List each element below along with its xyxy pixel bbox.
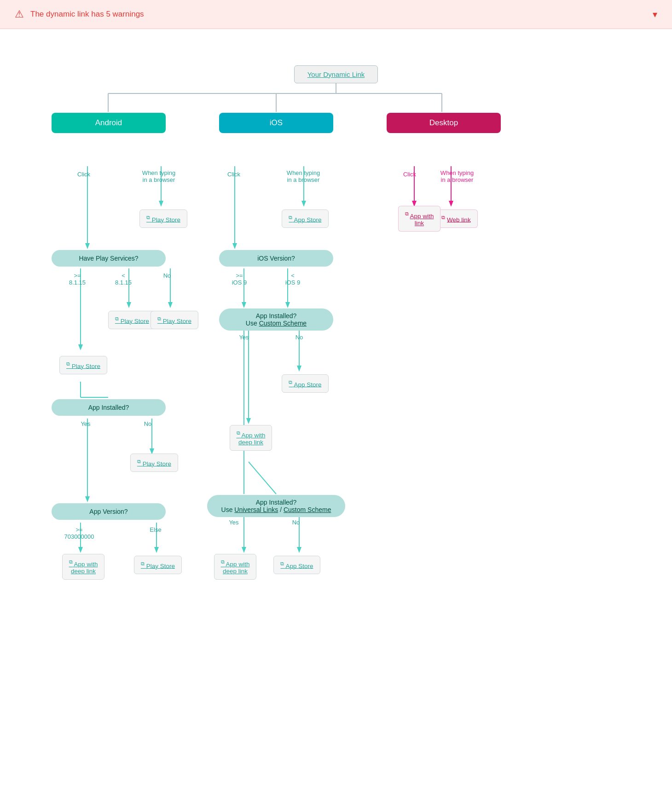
app-version-decision: App Version? [52,502,166,521]
gte-ios9-label: >= iOS 9 [221,272,258,286]
ios-version-label: iOS Version? [257,255,295,262]
desktop-app-with-link[interactable]: ⧉ App with link [394,207,445,231]
svg-marker-48 [449,201,453,207]
ext-icon: ⧉ [146,215,150,220]
android-play-store-no-ps[interactable]: ⧉ Play Store [149,308,200,332]
app-with-link-label: App with link [410,213,434,227]
svg-marker-29 [301,201,306,207]
play-store-label-3: Play Store [163,317,191,324]
svg-marker-6 [85,243,90,249]
gte-8115-label: >= 8.1.15 [59,272,96,286]
app-store-label-2: App Store [294,381,321,388]
ios-custom-no-label: No [288,334,311,341]
android-yes-label: Yes [72,420,99,427]
android-play-store-else[interactable]: ⧉ Play Store [133,553,183,577]
svg-marker-12 [127,302,131,308]
android-play-store-typing[interactable]: ⧉ Play Store [138,207,189,231]
ios-version-decision: iOS Version? [219,249,333,268]
app-installed-universal-decision: App Installed?Use Universal Links / Cust… [207,494,345,518]
ios-universal-yes-label: Yes [220,519,248,526]
svg-line-40 [249,462,276,494]
connectors-svg [28,47,644,791]
custom-scheme-text: Custom Scheme [259,320,307,327]
warning-left: ⚠ The dynamic link has 5 warnings [15,8,144,20]
ios-deep-link-universal-label: App with deep link [223,561,249,575]
ios-platform-header: iOS [219,113,333,133]
svg-marker-27 [232,243,237,249]
android-click-label: Click [65,171,102,178]
svg-marker-8 [159,201,163,207]
ios-app-deep-link-universal[interactable]: ⧉ App with deep link [210,553,261,581]
desktop-platform-header: Desktop [387,113,501,133]
svg-marker-33 [285,302,290,308]
ext-icon-14: ⧉ [405,211,409,216]
chart-container: Your Dynamic Link Android iOS Desktop Cl… [28,47,644,791]
custom-scheme-text-2: Custom Scheme [284,506,331,513]
warning-chevron[interactable]: ▾ [653,9,657,20]
have-play-services-label: Have Play Services? [79,255,138,262]
android-play-store-gte8115[interactable]: ⧉ Play Store [58,353,109,377]
app-store-label-1: App Store [294,216,321,223]
ext-icon-11: ⧉ [221,559,225,564]
android-platform-header: Android [52,113,166,133]
dynamic-link-node[interactable]: Your Dynamic Link [279,62,393,86]
svg-marker-36 [297,366,301,372]
android-label: Android [95,118,122,128]
svg-marker-14 [168,302,173,308]
ext-icon-4: ⧉ [66,361,70,366]
android-app-deep-link-label: App with deep link [71,561,98,575]
ios-app-store-universal-no[interactable]: ⧉ App Store [272,553,322,577]
warning-icon: ⚠ [15,8,24,20]
ios-deep-link-label: App with deep link [238,432,265,446]
ios-app-store-custom-no[interactable]: ⧉ App Store [280,372,330,396]
play-store-label-6: Play Store [146,562,175,569]
svg-marker-23 [78,547,83,553]
lt-8115-label: < 8.1.15 [105,272,142,286]
ext-icon-12: ⧉ [280,561,284,566]
lt-ios9-label: < iOS 9 [274,272,311,286]
desktop-click-label: Click [391,171,428,178]
ios-app-store-typing[interactable]: ⧉ App Store [280,207,330,231]
ext-icon-9: ⧉ [289,379,292,385]
ext-icon-5: ⧉ [137,459,141,464]
android-app-deep-link[interactable]: ⧉ App with deep link [58,553,109,581]
gte-703-label: >= 703000000 [56,526,102,540]
ext-icon-2: ⧉ [115,316,119,321]
play-store-label-5: Play Store [143,460,171,467]
ios-click-label: Click [215,171,252,178]
android-app-installed-decision: App Installed? [52,398,166,417]
svg-marker-42 [242,547,246,553]
ext-icon-10: ⧉ [237,430,240,436]
universal-links-text: Universal Links [234,506,278,513]
else-label: Else [142,526,169,533]
svg-marker-10 [78,344,83,350]
ext-icon-7: ⧉ [141,561,145,566]
ext-icon-3: ⧉ [157,316,161,321]
svg-marker-44 [297,547,301,553]
web-link-label: Web link [447,216,471,223]
android-when-typing-label: When typing in a browser [129,169,189,183]
ios-app-deep-link-custom[interactable]: ⧉ App with deep link [226,424,276,452]
diagram: Your Dynamic Link Android iOS Desktop Cl… [0,29,672,791]
play-store-label-2: Play Store [121,317,149,324]
android-no-label-1: No [156,272,179,279]
android-play-store-not-installed[interactable]: ⧉ Play Store [129,451,180,475]
app-store-label-3: App Store [285,562,313,569]
android-no-label-2: No [136,420,159,427]
app-version-label: App Version? [89,508,127,515]
dynamic-link-label: Your Dynamic Link [307,70,365,78]
have-play-services-decision: Have Play Services? [52,249,166,268]
svg-marker-31 [242,302,246,308]
desktop-when-typing-label: When typing in a browser [427,169,487,183]
ext-icon-6: ⧉ [69,559,73,564]
ios-custom-yes-label: Yes [230,334,258,341]
ios-label: iOS [270,118,283,128]
warning-banner: ⚠ The dynamic link has 5 warnings ▾ [0,0,672,29]
ios-universal-no-label: No [284,519,307,526]
svg-marker-21 [85,496,90,502]
app-installed-custom-decision: App Installed?Use Custom Scheme [219,308,333,331]
android-app-installed-label: App Installed? [88,404,129,411]
play-store-label-1: Play Store [152,216,180,223]
warning-text: The dynamic link has 5 warnings [30,10,144,19]
play-store-label-4: Play Store [72,362,100,369]
